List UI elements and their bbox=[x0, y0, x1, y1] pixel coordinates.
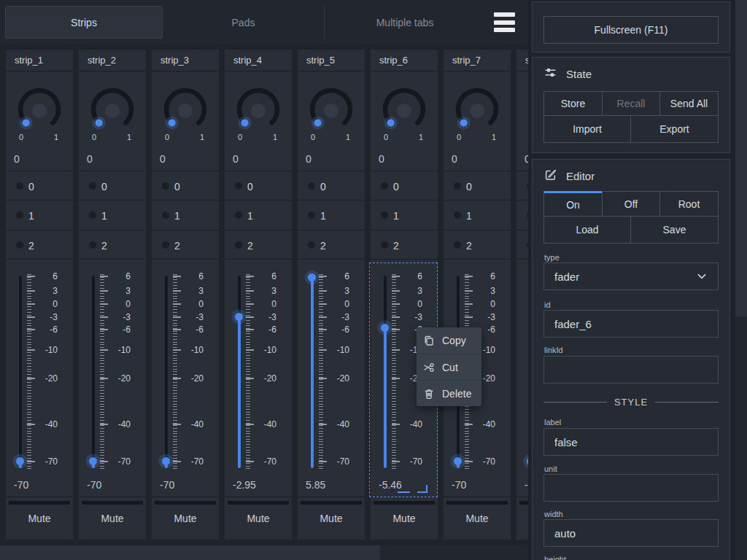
radio-option-0[interactable]: 0 bbox=[225, 171, 292, 201]
store-button[interactable]: Store bbox=[543, 91, 603, 116]
mute-led bbox=[82, 501, 143, 505]
knob-widget[interactable]: 0 1 0 bbox=[444, 71, 511, 171]
menu-hamburger-icon[interactable] bbox=[494, 12, 515, 32]
on-button[interactable]: On bbox=[543, 191, 603, 217]
knob-icon[interactable] bbox=[376, 82, 432, 137]
fader-knob[interactable] bbox=[89, 457, 97, 465]
fader-track[interactable] bbox=[19, 276, 23, 468]
knob-icon[interactable] bbox=[85, 82, 140, 137]
knob-widget[interactable]: 0 1 0 bbox=[79, 71, 146, 171]
fullscreen-button[interactable]: Fullscreen (F11) bbox=[543, 16, 719, 44]
mute-button[interactable]: Mute bbox=[298, 497, 365, 540]
radio-option-0[interactable]: 0 bbox=[6, 171, 73, 201]
knob-widget[interactable]: 0 1 0 bbox=[225, 71, 292, 171]
fader-widget[interactable]: 630-3-6-10-20-40-70 5.85 bbox=[298, 260, 365, 497]
mute-button[interactable]: Mute bbox=[79, 497, 146, 540]
radio-option-0[interactable]: 0 bbox=[152, 171, 219, 201]
horizontal-scrollbar[interactable] bbox=[0, 545, 528, 560]
fader-track[interactable] bbox=[92, 276, 96, 468]
fader-knob[interactable] bbox=[235, 313, 243, 321]
mute-button[interactable]: Mute bbox=[225, 497, 292, 540]
radio-option-2[interactable]: 2 bbox=[225, 230, 292, 260]
tab-multiple-tabs[interactable]: Multiple tabs bbox=[324, 6, 485, 39]
horizontal-scrollbar-thumb[interactable] bbox=[0, 545, 380, 560]
knob-value: 0 bbox=[452, 153, 457, 165]
fader-widget[interactable]: 630-3-6-10-20-40-70 -70 bbox=[516, 260, 528, 497]
knob-icon[interactable] bbox=[12, 82, 67, 137]
radio-option-1[interactable]: 1 bbox=[79, 201, 146, 230]
save-button[interactable]: Save bbox=[630, 216, 719, 244]
knob-widget[interactable]: 0 1 0 bbox=[371, 71, 438, 171]
mute-button[interactable]: Mute bbox=[444, 497, 511, 540]
radio-option-2[interactable]: 2 bbox=[516, 230, 528, 260]
fader-widget[interactable]: 630-3-6-10-20-40-70 -70 bbox=[79, 260, 146, 497]
radio-label: 2 bbox=[101, 240, 107, 252]
radio-option-0[interactable]: 0 bbox=[298, 171, 365, 201]
type-select[interactable]: fader bbox=[543, 262, 719, 290]
root-button[interactable]: Root bbox=[659, 191, 719, 217]
vertical-scrollbar[interactable] bbox=[735, 0, 747, 560]
fader-widget[interactable]: 630-3-6-10-20-40-70 -70 bbox=[6, 260, 73, 497]
radio-option-2[interactable]: 2 bbox=[298, 230, 365, 260]
load-button[interactable]: Load bbox=[543, 216, 631, 244]
radio-label: 1 bbox=[393, 210, 399, 222]
label-input[interactable] bbox=[543, 428, 719, 456]
tab-pads[interactable]: Pads bbox=[163, 6, 324, 39]
sidebar: Fullscreen (F11) State StoreRecallSend A… bbox=[528, 0, 747, 560]
radio-option-2[interactable]: 2 bbox=[371, 230, 438, 260]
radio-option-1[interactable]: 1 bbox=[6, 201, 73, 230]
radio-option-2[interactable]: 2 bbox=[444, 230, 511, 260]
radio-option-2[interactable]: 2 bbox=[6, 230, 73, 260]
linkId-input[interactable] bbox=[543, 356, 719, 384]
radio-option-0[interactable]: 0 bbox=[444, 171, 511, 201]
radio-option-2[interactable]: 2 bbox=[152, 230, 219, 260]
export-button[interactable]: Export bbox=[630, 115, 719, 143]
radio-group: 0 1 2 bbox=[371, 171, 438, 260]
width-input[interactable] bbox=[543, 519, 719, 547]
mute-button[interactable]: Mute bbox=[6, 497, 73, 540]
knob-icon[interactable] bbox=[158, 82, 213, 137]
vertical-scrollbar-thumb[interactable] bbox=[735, 0, 747, 316]
radio-option-1[interactable]: 1 bbox=[152, 201, 219, 230]
recall-button[interactable]: Recall bbox=[602, 91, 660, 116]
radio-option-1[interactable]: 1 bbox=[225, 201, 292, 230]
import-button[interactable]: Import bbox=[543, 115, 631, 143]
fader-knob[interactable] bbox=[454, 457, 462, 465]
mute-button[interactable]: Mute bbox=[516, 497, 528, 540]
fader-knob[interactable] bbox=[381, 324, 389, 332]
knob-widget[interactable]: 0 1 0 bbox=[152, 71, 219, 171]
knob-widget[interactable]: 0 1 0 bbox=[298, 71, 365, 171]
radio-option-1[interactable]: 1 bbox=[371, 201, 438, 230]
context-menu-item-copy[interactable]: Copy bbox=[417, 327, 481, 354]
fader-track[interactable] bbox=[165, 276, 169, 468]
knob-icon[interactable] bbox=[522, 82, 528, 137]
radio-option-1[interactable]: 1 bbox=[516, 201, 528, 230]
mute-button[interactable]: Mute bbox=[152, 497, 219, 540]
off-button[interactable]: Off bbox=[602, 191, 660, 217]
fader-knob[interactable] bbox=[162, 457, 170, 465]
context-menu-item-cut[interactable]: Cut bbox=[417, 354, 481, 380]
radio-option-1[interactable]: 1 bbox=[444, 201, 511, 230]
radio-option-0[interactable]: 0 bbox=[371, 171, 438, 201]
fader-scale-label: -3 bbox=[487, 312, 495, 322]
radio-option-1[interactable]: 1 bbox=[298, 201, 365, 230]
fader-widget[interactable]: 630-3-6-10-20-40-70 -70 bbox=[152, 260, 219, 497]
radio-option-0[interactable]: 0 bbox=[516, 171, 528, 201]
fader-widget[interactable]: 630-3-6-10-20-40-70 -2.95 bbox=[225, 260, 292, 497]
send-all-button[interactable]: Send All bbox=[659, 91, 719, 116]
knob-icon[interactable] bbox=[231, 82, 286, 137]
tab-strips[interactable]: Strips bbox=[5, 6, 163, 39]
radio-option-0[interactable]: 0 bbox=[79, 171, 146, 201]
radio-option-2[interactable]: 2 bbox=[79, 230, 146, 260]
unit-input[interactable] bbox=[543, 474, 719, 502]
knob-icon[interactable] bbox=[449, 82, 505, 137]
knob-widget[interactable]: 0 1 0 bbox=[6, 71, 73, 171]
fader-knob[interactable] bbox=[16, 457, 24, 465]
context-menu-item-delete[interactable]: Delete bbox=[417, 380, 481, 406]
knob-widget[interactable]: 0 1 0 bbox=[516, 71, 528, 171]
fader-major-tick bbox=[319, 290, 327, 292]
mute-button[interactable]: Mute bbox=[371, 497, 438, 540]
fader-knob[interactable] bbox=[308, 273, 316, 281]
knob-icon[interactable] bbox=[303, 82, 359, 137]
id-input[interactable] bbox=[543, 310, 719, 338]
